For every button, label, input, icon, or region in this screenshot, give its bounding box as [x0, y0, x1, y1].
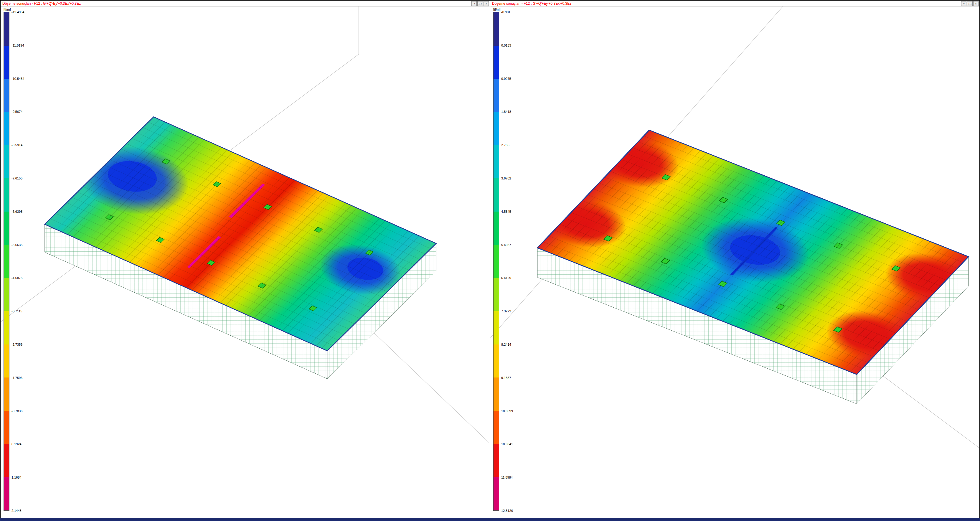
legend-color-segment [493, 145, 499, 178]
window-button-collapse[interactable]: ∨ [471, 1, 477, 6]
legend-labels: -0.9010.01330.92751.84182.7563.67024.584… [501, 12, 525, 511]
legend-tick-label: 4.5845 [501, 210, 511, 213]
legend-tick-label: 0.9275 [501, 77, 511, 80]
color-scale-legend: [tf/m] -0.9010.01330.92751.84182.7563.67… [493, 8, 500, 511]
window-button-expand[interactable]: ∧ [973, 1, 978, 6]
legend-tick-label: 12.8126 [501, 509, 513, 513]
legend-bar-wrap: -12.4954-11.5194-10.5434-9.5674-8.5914-7… [3, 12, 11, 511]
window-titlebar[interactable]: Döşeme sonuçları - F12 : G'+Q'+Ey'+0.3Ex… [490, 1, 979, 6]
legend-color-segment [4, 245, 9, 278]
legend-color-segment [493, 178, 499, 212]
legend-tick-label: -7.6155 [11, 177, 22, 180]
legend-tick-label: 8.2414 [501, 343, 511, 346]
legend-color-segment [493, 79, 499, 112]
legend-tick-label: 11.8984 [501, 476, 513, 479]
legend-color-segment [4, 278, 9, 311]
window-button-scale[interactable]: 1:1 [477, 1, 483, 6]
legend-color-segment [4, 344, 9, 378]
legend-tick-label: -10.5434 [11, 77, 24, 80]
legend-color-segment [493, 212, 499, 245]
legend-color-segment [4, 311, 9, 344]
legend-tick-label: -4.6875 [11, 276, 22, 280]
legend-bar-wrap: -0.9010.01330.92751.84182.7563.67024.584… [493, 12, 500, 511]
legend-color-segment [493, 112, 499, 145]
legend-color-segment [493, 278, 499, 311]
legend-tick-label: 1.8418 [501, 110, 511, 113]
legend-tick-label: -1.7596 [11, 376, 22, 379]
legend-color-segment [493, 444, 499, 477]
legend-color-segment [4, 145, 9, 178]
legend-tick-label: -6.6395 [11, 210, 22, 213]
legend-color-segment [4, 112, 9, 145]
window-titlebar[interactable]: Döşeme sonuçları - F12 : G'+Q'-Ey'+0.3Ex… [1, 1, 490, 6]
legend-color-segment [493, 46, 499, 79]
legend-color-segment [4, 212, 9, 245]
window-controls: ∨ 1:1 ∧ [961, 1, 978, 6]
color-scale-legend: [tf/m] -12.4954-11.5194-10.5434-9.5674-8… [3, 8, 11, 511]
window-button-scale[interactable]: 1:1 [967, 1, 973, 6]
legend-unit: [tf/m] [3, 8, 11, 11]
model-scene-left[interactable] [1, 6, 490, 518]
legend-tick-label: -0.901 [501, 10, 510, 14]
legend-tick-label: 10.9841 [501, 442, 513, 446]
legend-tick-label: 6.4129 [501, 276, 511, 280]
legend-tick-label: 0.0133 [501, 44, 511, 47]
legend-color-segment [493, 245, 499, 278]
legend-color-segment [4, 477, 9, 510]
legend-tick-label: -3.7115 [11, 309, 22, 313]
legend-tick-label: -9.5674 [11, 110, 22, 113]
bottom-edge-strip [0, 518, 980, 521]
legend-tick-label: 2.756 [501, 143, 509, 147]
model-scene-right[interactable] [490, 6, 979, 518]
legend-color-segment [493, 378, 499, 411]
legend-color-segment [4, 178, 9, 212]
legend-tick-label: -2.7356 [11, 343, 22, 346]
legend-tick-label: 10.0699 [501, 409, 513, 413]
legend-tick-label: -12.4954 [11, 10, 24, 14]
legend-tick-label: -11.5194 [11, 44, 24, 47]
legend-color-segment [493, 311, 499, 344]
legend-tick-label: 5.4987 [501, 243, 511, 247]
application-window: Döşeme sonuçları - F12 : G'+Q'-Ey'+0.3Ex… [0, 0, 980, 521]
result-panels: Döşeme sonuçları - F12 : G'+Q'-Ey'+0.3Ex… [0, 0, 980, 518]
legend-tick-label: -8.5914 [11, 143, 22, 147]
result-window-left: Döşeme sonuçları - F12 : G'+Q'-Ey'+0.3Ex… [0, 0, 490, 518]
legend-color-bar [493, 12, 499, 511]
legend-color-segment [4, 13, 9, 46]
legend-color-segment [4, 411, 9, 444]
legend-color-bar [3, 12, 10, 511]
legend-color-segment [493, 477, 499, 510]
legend-unit: [tf/m] [493, 8, 500, 11]
legend-color-segment [4, 46, 9, 79]
model-viewport-left[interactable]: [tf/m] -12.4954-11.5194-10.5434-9.5674-8… [1, 6, 490, 518]
legend-tick-label: 1.1684 [11, 476, 22, 479]
legend-tick-label: 9.1557 [501, 376, 511, 379]
legend-tick-label: 7.3272 [501, 309, 511, 313]
legend-tick-label: -5.6635 [11, 243, 22, 247]
legend-labels: -12.4954-11.5194-10.5434-9.5674-8.5914-7… [11, 12, 35, 511]
window-button-expand[interactable]: ∧ [484, 1, 489, 6]
legend-color-segment [4, 444, 9, 477]
window-title: Döşeme sonuçları - F12 : G'+Q'+Ey'+0.3Ex… [492, 2, 571, 6]
legend-tick-label: 3.6702 [501, 177, 511, 180]
legend-color-segment [4, 378, 9, 411]
legend-tick-label: 0.1924 [11, 442, 22, 446]
legend-color-segment [493, 13, 499, 46]
window-controls: ∨ 1:1 ∧ [471, 1, 489, 6]
window-title: Döşeme sonuçları - F12 : G'+Q'-Ey'+0.3Ex… [2, 2, 81, 6]
legend-color-segment [4, 79, 9, 112]
model-viewport-right[interactable]: [tf/m] -0.9010.01330.92751.84182.7563.67… [490, 6, 979, 518]
legend-color-segment [493, 344, 499, 378]
result-window-right: Döşeme sonuçları - F12 : G'+Q'+Ey'+0.3Ex… [490, 0, 980, 518]
window-button-collapse[interactable]: ∨ [961, 1, 966, 6]
legend-tick-label: 2.1443 [11, 509, 22, 513]
legend-color-segment [493, 411, 499, 444]
legend-tick-label: -0.7836 [11, 409, 22, 413]
